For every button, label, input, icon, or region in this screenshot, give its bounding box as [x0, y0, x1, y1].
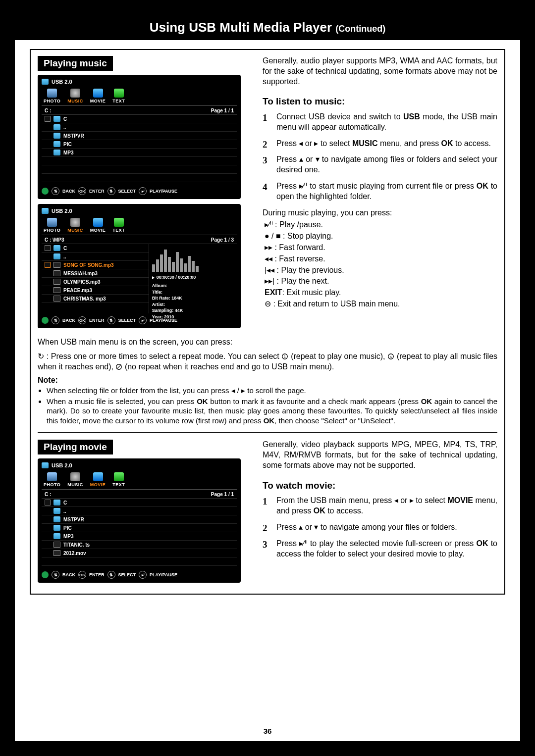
tab-photo[interactable]: PHOTO [44, 472, 60, 487]
hint-bar: ⇅BACK OKENTER ⇅SELECT ▸ᴵPLAY/PAUSE [42, 568, 237, 579]
subheading-watch: To watch movie: [263, 480, 497, 492]
controls-list: ▸⁄ᴵᴵ : Play /pause. ● / ■ : Stop playing… [263, 220, 497, 309]
play-icon [152, 276, 155, 279]
page-title: Using USB Multi Media Player [150, 20, 332, 35]
usb-icon [42, 79, 49, 85]
tab-photo[interactable]: PHOTO [44, 218, 60, 233]
repeat-mode-paragraph: ↻ : Press one or more times to select a … [38, 352, 497, 372]
section-divider [38, 432, 497, 433]
steps-list: From the USB main menu, press ◂ or ▸ to … [263, 496, 497, 559]
tab-music[interactable]: MUSIC [67, 218, 83, 233]
page-number: 36 [15, 727, 520, 735]
tab-text[interactable]: TEXT [112, 218, 125, 233]
osd-movie-browser: USB 2.0 PHOTO MUSIC MOVIE TEXT C :Page 1… [38, 458, 241, 583]
usb-icon [42, 208, 49, 214]
page-title-suffix: (Continued) [335, 24, 385, 34]
page-indicator: Page 1 / 1 [211, 108, 234, 113]
osd-music-playing: USB 2.0 PHOTO MUSIC MOVIE TEXT C : \MP3P… [38, 204, 241, 328]
note-list: When selecting file or folder from the l… [38, 386, 497, 425]
file-list[interactable]: C .. MSTPVR PIC MP3 TITANIC. ts 2012.mov [42, 499, 237, 568]
time-display: 00:00:30 / 00:20:00 [157, 275, 196, 280]
tab-text[interactable]: TEXT [112, 472, 125, 487]
osd-music-browser: USB 2.0 PHOTO MUSIC MOVIE TEXT C :Page 1… [38, 75, 241, 199]
tab-music[interactable]: MUSIC [67, 89, 83, 103]
tab-music[interactable]: MUSIC [67, 472, 83, 487]
intro-paragraph: Generally, video playback supports MPG, … [263, 440, 497, 470]
intro-paragraph: Generally, audio player supports MP3, WM… [263, 56, 497, 87]
help-icon [42, 571, 49, 578]
path-label: C : \MP3 [45, 237, 64, 243]
svg-line-5 [117, 364, 121, 369]
metadata: Album: Title: Bit Rate: 184K Artist: Sam… [152, 283, 234, 320]
no-repeat-icon [115, 363, 122, 370]
repeat-one-icon: 1 [281, 353, 288, 360]
tab-photo[interactable]: PHOTO [44, 89, 60, 103]
file-list[interactable]: C .. MSTPVR PIC MP3 [42, 115, 237, 184]
steps-list: Connect USB device and switch to USB mod… [263, 112, 497, 202]
tab-movie[interactable]: MOVIE [90, 472, 106, 487]
usb-label: USB 2.0 [52, 462, 72, 468]
usb-icon [42, 462, 49, 468]
section-label-music: Playing music [38, 56, 113, 71]
path-label: C : [45, 492, 51, 497]
bottom-intro: When USB main menu is on the screen, you… [38, 337, 497, 348]
help-icon [42, 317, 49, 324]
help-icon [42, 188, 49, 195]
path-label: C : [45, 108, 51, 113]
hint-bar: ⇅BACK OKENTER ⇅SELECT ▸ᴵPLAY/PAUSE [42, 184, 237, 195]
svg-text:A: A [390, 354, 392, 358]
section-label-movie: Playing movie [38, 440, 113, 454]
note-heading: Note: [38, 376, 497, 385]
page-indicator: Page 1 / 1 [211, 492, 234, 497]
content-frame: Playing music USB 2.0 PHOTO MUSIC MOVIE … [30, 49, 505, 595]
repeat-all-icon: A [387, 353, 394, 360]
file-list[interactable]: C .. SONG OF SONG.mp3 MESSIAH.mp3 OLYMPI… [42, 244, 149, 313]
tab-text[interactable]: TEXT [112, 89, 125, 103]
usb-label: USB 2.0 [52, 79, 72, 85]
tab-movie[interactable]: MOVIE [90, 89, 106, 103]
equalizer-icon [152, 247, 234, 272]
page-title-bar: Using USB Multi Media Player (Continued) [15, 15, 520, 40]
tab-movie[interactable]: MOVIE [90, 218, 106, 233]
page-indicator: Page 1 / 3 [211, 237, 234, 243]
subheading-listen: To listen to music: [263, 96, 497, 108]
preview-pane: 00:00:30 / 00:20:00 Album: Title: Bit Ra… [149, 244, 237, 313]
during-playback: During music playing, you can press: [263, 208, 497, 218]
usb-label: USB 2.0 [52, 208, 72, 214]
svg-text:1: 1 [284, 354, 286, 358]
